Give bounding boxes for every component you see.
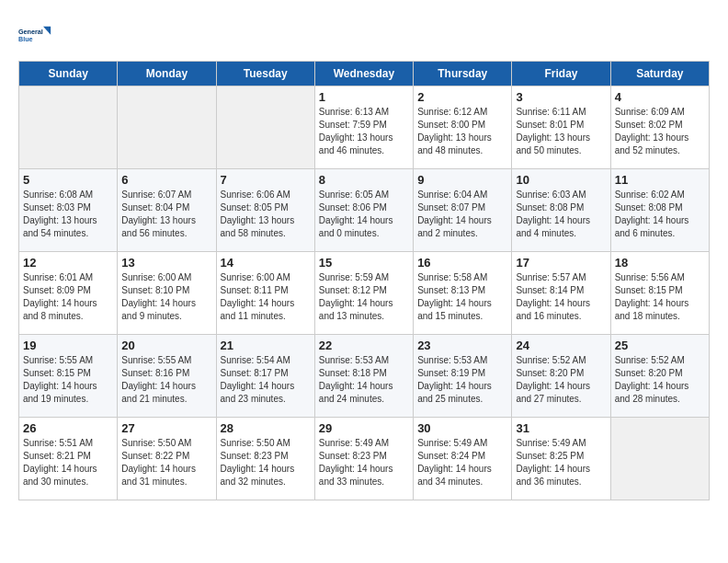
day-number: 26 [23, 421, 113, 435]
header-cell-monday: Monday [118, 62, 216, 86]
day-cell [19, 86, 118, 169]
day-info: Sunrise: 5:55 AM Sunset: 8:16 PM Dayligh… [121, 354, 211, 406]
day-number: 22 [319, 339, 409, 352]
day-info: Sunrise: 5:51 AM Sunset: 8:21 PM Dayligh… [23, 437, 113, 488]
svg-text:General: General [18, 28, 43, 36]
day-info: Sunrise: 5:52 AM Sunset: 8:20 PM Dayligh… [615, 354, 705, 406]
day-info: Sunrise: 6:09 AM Sunset: 8:02 PM Dayligh… [615, 106, 705, 157]
day-info: Sunrise: 6:05 AM Sunset: 8:06 PM Dayligh… [319, 189, 409, 240]
day-number: 20 [121, 339, 211, 352]
day-number: 7 [221, 173, 311, 187]
day-number: 27 [121, 421, 211, 435]
week-row-3: 12Sunrise: 6:01 AM Sunset: 8:09 PM Dayli… [19, 252, 710, 335]
day-cell: 22Sunrise: 5:53 AM Sunset: 8:18 PM Dayli… [314, 335, 413, 418]
day-info: Sunrise: 6:08 AM Sunset: 8:03 PM Dayligh… [23, 189, 113, 240]
calendar-body: 1Sunrise: 6:13 AM Sunset: 7:59 PM Daylig… [19, 86, 710, 500]
day-info: Sunrise: 5:58 AM Sunset: 8:13 PM Dayligh… [417, 271, 507, 323]
day-cell [118, 86, 216, 169]
calendar-table: SundayMondayTuesdayWednesdayThursdayFrid… [18, 61, 710, 500]
day-info: Sunrise: 5:53 AM Sunset: 8:19 PM Dayligh… [417, 354, 507, 406]
day-number: 5 [23, 173, 113, 187]
day-info: Sunrise: 6:11 AM Sunset: 8:01 PM Dayligh… [516, 106, 606, 157]
day-number: 30 [417, 421, 507, 435]
day-number: 16 [417, 256, 507, 270]
day-cell: 4Sunrise: 6:09 AM Sunset: 8:02 PM Daylig… [610, 86, 709, 169]
day-cell: 5Sunrise: 6:08 AM Sunset: 8:03 PM Daylig… [19, 169, 118, 252]
day-number: 19 [23, 339, 113, 352]
day-info: Sunrise: 5:59 AM Sunset: 8:12 PM Dayligh… [319, 271, 409, 323]
page-header: GeneralBlue [18, 18, 710, 52]
header-cell-tuesday: Tuesday [216, 62, 314, 86]
day-cell: 30Sunrise: 5:49 AM Sunset: 8:24 PM Dayli… [414, 418, 512, 500]
day-cell: 23Sunrise: 5:53 AM Sunset: 8:19 PM Dayli… [414, 335, 512, 418]
day-info: Sunrise: 5:53 AM Sunset: 8:18 PM Dayligh… [319, 354, 409, 406]
header-cell-thursday: Thursday [414, 62, 512, 86]
header-cell-wednesday: Wednesday [314, 62, 413, 86]
day-cell: 13Sunrise: 6:00 AM Sunset: 8:10 PM Dayli… [118, 252, 216, 335]
day-number: 11 [615, 173, 705, 187]
svg-text:Blue: Blue [18, 35, 33, 43]
week-row-1: 1Sunrise: 6:13 AM Sunset: 7:59 PM Daylig… [19, 86, 710, 169]
day-info: Sunrise: 6:12 AM Sunset: 8:00 PM Dayligh… [417, 106, 507, 157]
day-number: 12 [23, 256, 113, 270]
day-cell: 16Sunrise: 5:58 AM Sunset: 8:13 PM Dayli… [414, 252, 512, 335]
day-cell: 21Sunrise: 5:54 AM Sunset: 8:17 PM Dayli… [216, 335, 314, 418]
day-number: 4 [615, 90, 705, 104]
day-cell: 8Sunrise: 6:05 AM Sunset: 8:06 PM Daylig… [314, 169, 413, 252]
day-cell: 2Sunrise: 6:12 AM Sunset: 8:00 PM Daylig… [414, 86, 512, 169]
day-number: 25 [615, 339, 705, 352]
calendar-header: SundayMondayTuesdayWednesdayThursdayFrid… [19, 62, 710, 86]
day-info: Sunrise: 5:55 AM Sunset: 8:15 PM Dayligh… [23, 354, 113, 406]
day-cell: 29Sunrise: 5:49 AM Sunset: 8:23 PM Dayli… [314, 418, 413, 500]
day-info: Sunrise: 6:06 AM Sunset: 8:05 PM Dayligh… [221, 189, 311, 240]
day-info: Sunrise: 6:04 AM Sunset: 8:07 PM Dayligh… [417, 189, 507, 240]
day-number: 24 [516, 339, 606, 352]
day-info: Sunrise: 5:50 AM Sunset: 8:22 PM Dayligh… [121, 437, 211, 488]
day-info: Sunrise: 5:52 AM Sunset: 8:20 PM Dayligh… [516, 354, 606, 406]
day-cell [216, 86, 314, 169]
day-number: 21 [221, 339, 311, 352]
day-info: Sunrise: 6:01 AM Sunset: 8:09 PM Dayligh… [23, 271, 113, 323]
header-cell-friday: Friday [512, 62, 610, 86]
day-cell: 7Sunrise: 6:06 AM Sunset: 8:05 PM Daylig… [216, 169, 314, 252]
day-number: 17 [516, 256, 606, 270]
day-info: Sunrise: 6:13 AM Sunset: 7:59 PM Dayligh… [319, 106, 409, 157]
day-number: 31 [516, 421, 606, 435]
day-cell: 6Sunrise: 6:07 AM Sunset: 8:04 PM Daylig… [118, 169, 216, 252]
day-cell [610, 418, 709, 500]
day-number: 6 [121, 173, 211, 187]
week-row-4: 19Sunrise: 5:55 AM Sunset: 8:15 PM Dayli… [19, 335, 710, 418]
day-cell: 11Sunrise: 6:02 AM Sunset: 8:08 PM Dayli… [610, 169, 709, 252]
day-info: Sunrise: 5:49 AM Sunset: 8:25 PM Dayligh… [516, 437, 606, 488]
day-number: 29 [319, 421, 409, 435]
day-info: Sunrise: 5:50 AM Sunset: 8:23 PM Dayligh… [221, 437, 311, 488]
day-cell: 3Sunrise: 6:11 AM Sunset: 8:01 PM Daylig… [512, 86, 610, 169]
day-cell: 15Sunrise: 5:59 AM Sunset: 8:12 PM Dayli… [314, 252, 413, 335]
header-cell-saturday: Saturday [610, 62, 709, 86]
day-number: 3 [516, 90, 606, 104]
day-cell: 10Sunrise: 6:03 AM Sunset: 8:08 PM Dayli… [512, 169, 610, 252]
week-row-2: 5Sunrise: 6:08 AM Sunset: 8:03 PM Daylig… [19, 169, 710, 252]
day-cell: 17Sunrise: 5:57 AM Sunset: 8:14 PM Dayli… [512, 252, 610, 335]
day-number: 2 [417, 90, 507, 104]
day-cell: 24Sunrise: 5:52 AM Sunset: 8:20 PM Dayli… [512, 335, 610, 418]
day-info: Sunrise: 5:57 AM Sunset: 8:14 PM Dayligh… [516, 271, 606, 323]
day-cell: 12Sunrise: 6:01 AM Sunset: 8:09 PM Dayli… [19, 252, 118, 335]
logo: GeneralBlue [18, 18, 51, 52]
day-number: 14 [221, 256, 311, 270]
day-cell: 19Sunrise: 5:55 AM Sunset: 8:15 PM Dayli… [19, 335, 118, 418]
day-cell: 31Sunrise: 5:49 AM Sunset: 8:25 PM Dayli… [512, 418, 610, 500]
week-row-5: 26Sunrise: 5:51 AM Sunset: 8:21 PM Dayli… [19, 418, 710, 500]
day-cell: 20Sunrise: 5:55 AM Sunset: 8:16 PM Dayli… [118, 335, 216, 418]
day-cell: 14Sunrise: 6:00 AM Sunset: 8:11 PM Dayli… [216, 252, 314, 335]
day-number: 8 [319, 173, 409, 187]
header-row: SundayMondayTuesdayWednesdayThursdayFrid… [19, 62, 710, 86]
header-cell-sunday: Sunday [19, 62, 118, 86]
day-number: 28 [221, 421, 311, 435]
logo-icon: GeneralBlue [18, 18, 51, 52]
day-cell: 28Sunrise: 5:50 AM Sunset: 8:23 PM Dayli… [216, 418, 314, 500]
day-info: Sunrise: 5:49 AM Sunset: 8:24 PM Dayligh… [417, 437, 507, 488]
day-number: 1 [319, 90, 409, 104]
day-number: 10 [516, 173, 606, 187]
day-info: Sunrise: 6:07 AM Sunset: 8:04 PM Dayligh… [121, 189, 211, 240]
